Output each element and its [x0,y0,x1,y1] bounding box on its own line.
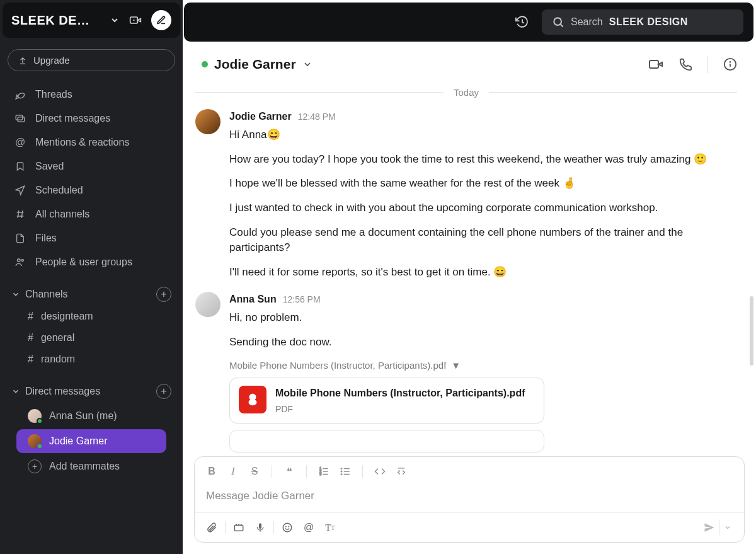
svg-point-32 [341,474,342,475]
composer-actions: @ TT [195,512,744,542]
message-time: 12:56 PM [283,293,321,306]
dm-jodie-garner[interactable]: Jodie Garner [16,429,166,453]
hash-icon: # [28,354,33,365]
bookmark-icon [14,160,26,173]
message-text: I just wanted to check in with you about… [229,200,737,216]
code-block-button[interactable] [393,463,410,480]
chat-header: Jodie Garner [183,42,756,81]
file-attachment[interactable]: Mobile Phone Numbers (Instructor, Partic… [229,378,544,424]
files-icon [14,232,26,245]
dms-section: Direct messages + Anna Sun (me) Jodie Ga… [0,376,183,486]
channel-random[interactable]: #random [11,349,171,370]
compose-button[interactable] [151,10,171,30]
sidebar: SLEEK DE… Upgrade Threads Direct message… [0,0,183,554]
svg-point-40 [285,526,286,527]
nav-people[interactable]: People & user groups [0,250,183,274]
presence-dot [37,418,43,424]
nav-list: Threads Direct messages @Mentions & reac… [0,78,183,279]
message: Anna Sun12:56 PM Hi, no problem. Sending… [195,292,737,453]
nav-all-channels[interactable]: All channels [0,202,183,226]
dm-icon [14,112,26,125]
upgrade-button[interactable]: Upgrade [8,49,175,71]
nav-scheduled[interactable]: Scheduled [0,178,183,202]
avatar [28,434,42,448]
message-time: 12:48 PM [298,110,336,123]
send-button[interactable] [701,519,718,536]
file-name: Mobile Phone Numbers (Instructor, Partic… [275,386,525,400]
add-channel-button[interactable]: + [156,287,171,302]
audio-clip-button[interactable] [252,519,268,536]
message-list[interactable]: Today Jodie Garner12:48 PM Hi Anna😄 How … [183,81,756,456]
strike-button[interactable]: S [246,463,263,480]
svg-line-15 [560,24,563,26]
chevron-down-icon [11,290,20,299]
attach-button[interactable] [203,519,220,536]
nav-mentions[interactable]: @Mentions & reactions [0,130,183,154]
format-toggle-button[interactable]: TT [322,519,338,536]
svg-point-14 [554,18,561,25]
message-author[interactable]: Jodie Garner [229,109,292,124]
bullet-list-button[interactable] [337,463,353,480]
emoji-button[interactable] [279,519,295,536]
workspace-title: SLEEK DE… [11,13,103,28]
svg-point-31 [341,471,342,472]
workspace-switcher[interactable]: SLEEK DE… [3,3,180,38]
video-call-button[interactable] [648,57,663,72]
search-input[interactable]: Search SLEEK DESIGN [542,9,743,35]
file-preview[interactable] [229,430,544,453]
info-button[interactable] [723,57,737,71]
svg-point-13 [21,260,23,262]
mentions-icon: @ [14,136,26,149]
all-channels-icon [14,208,26,221]
avatar[interactable] [195,109,220,134]
history-button[interactable] [513,13,532,32]
scrollbar[interactable] [750,296,753,366]
upgrade-label: Upgrade [33,55,70,66]
chevron-down-icon[interactable] [302,59,312,69]
mention-button[interactable]: @ [301,519,317,536]
svg-point-20 [730,62,731,62]
phone-call-button[interactable] [679,57,692,71]
presence-dot [202,61,208,67]
nav-direct-messages[interactable]: Direct messages [0,107,183,130]
avatar[interactable] [195,292,220,317]
svg-rect-34 [234,525,243,531]
hash-icon: # [28,311,33,322]
message-input[interactable]: Message Jodie Garner [195,486,744,512]
italic-button[interactable]: I [225,463,241,480]
date-divider: Today [195,87,737,98]
channel-designteam[interactable]: #designteam [11,306,171,327]
plus-circle-icon: + [28,459,42,473]
message: Jodie Garner12:48 PM Hi Anna😄 How are yo… [195,109,737,289]
channels-header[interactable]: Channels + [11,287,171,302]
dms-header[interactable]: Direct messages + [11,384,171,399]
svg-point-41 [289,526,289,527]
chevron-down-icon [110,15,120,25]
message-text: Hi, no problem. [229,310,737,326]
dm-anna-sun[interactable]: Anna Sun (me) [16,404,166,428]
message-text: How are you today? I hope you took the t… [229,152,737,168]
format-toolbar: B I S ❝ 123 [195,457,744,486]
add-dm-button[interactable]: + [156,384,171,399]
add-teammates[interactable]: +Add teammates [16,454,166,478]
channel-general[interactable]: #general [11,327,171,349]
message-author[interactable]: Anna Sun [229,292,277,306]
send-options-button[interactable] [719,519,735,536]
code-button[interactable] [372,463,388,480]
svg-line-10 [18,211,19,218]
threads-icon [14,88,26,101]
chat-title[interactable]: Jodie Garner [214,57,296,72]
bold-button[interactable]: B [203,463,220,480]
message-text: Sending the doc now. [229,335,737,350]
nav-files[interactable]: Files [0,226,183,250]
quote-button[interactable]: ❝ [281,463,297,480]
nav-saved[interactable]: Saved [0,154,183,178]
svg-point-12 [18,259,21,262]
presence-dot [37,443,43,449]
nav-threads[interactable]: Threads [0,83,183,107]
new-huddle-icon[interactable] [126,11,145,30]
video-clip-button[interactable] [231,519,247,536]
channels-section: Channels + #designteam #general #random [0,279,183,376]
attachment-header[interactable]: Mobile Phone Numbers (Instructor, Partic… [229,359,737,372]
ordered-list-button[interactable]: 123 [316,463,332,480]
